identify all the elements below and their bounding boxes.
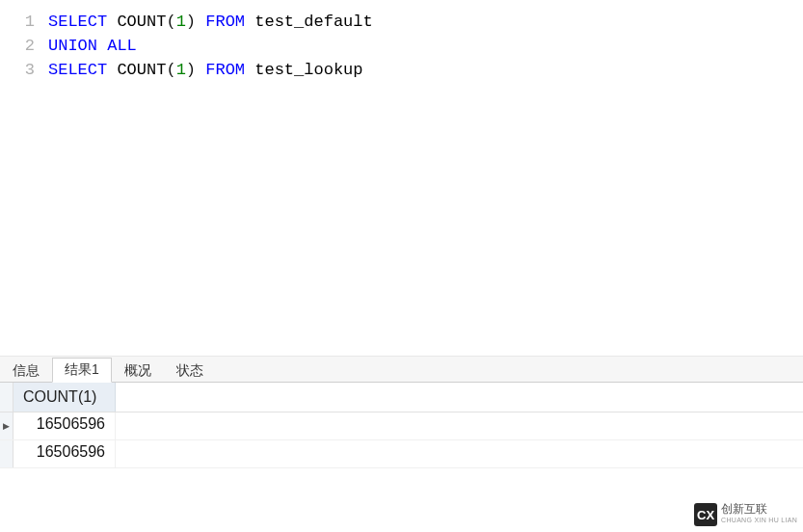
watermark-logo-icon: CX bbox=[694, 503, 717, 526]
watermark: CX 创新互联 CHUANG XIN HU LIAN bbox=[694, 503, 797, 526]
code-line[interactable]: SELECT COUNT(1) FROM test_lookup bbox=[48, 58, 803, 82]
line-number: 2 bbox=[0, 34, 48, 58]
cell-value[interactable]: 16506596 bbox=[13, 412, 116, 439]
tab-label: 状态 bbox=[176, 362, 203, 378]
result-grid: COUNT(1) ▶1650659616506596 bbox=[0, 383, 803, 468]
line-number: 3 bbox=[0, 58, 48, 82]
tab-label: 结果1 bbox=[65, 361, 99, 377]
table-row[interactable]: ▶16506596 bbox=[0, 412, 803, 440]
column-header[interactable]: COUNT(1) bbox=[13, 383, 116, 412]
row-marker: ▶ bbox=[0, 412, 13, 439]
cell-value[interactable]: 16506596 bbox=[13, 440, 116, 467]
grid-corner bbox=[0, 383, 13, 412]
table-row[interactable]: 16506596 bbox=[0, 440, 803, 468]
row-marker bbox=[0, 440, 13, 467]
tab-label: 概况 bbox=[124, 362, 151, 378]
code-line[interactable]: UNION ALL bbox=[48, 34, 803, 58]
tab-3[interactable]: 状态 bbox=[164, 359, 216, 383]
tab-2[interactable]: 概况 bbox=[112, 359, 164, 383]
watermark-title: 创新互联 bbox=[721, 503, 797, 515]
line-number: 1 bbox=[0, 10, 48, 34]
watermark-subtitle: CHUANG XIN HU LIAN bbox=[721, 515, 797, 526]
tab-0[interactable]: 信息 bbox=[0, 359, 52, 383]
sql-editor[interactable]: 123 SELECT COUNT(1) FROM test_defaultUNI… bbox=[0, 0, 803, 357]
code-area[interactable]: SELECT COUNT(1) FROM test_defaultUNION A… bbox=[48, 0, 803, 356]
grid-header-row: COUNT(1) bbox=[0, 383, 803, 412]
column-header-label: COUNT(1) bbox=[23, 388, 96, 406]
tab-label: 信息 bbox=[13, 362, 40, 378]
line-number-gutter: 123 bbox=[0, 0, 48, 356]
code-line[interactable]: SELECT COUNT(1) FROM test_default bbox=[48, 10, 803, 34]
tab-1[interactable]: 结果1 bbox=[52, 358, 112, 383]
result-tabs: 信息结果1概况状态 bbox=[0, 357, 803, 383]
